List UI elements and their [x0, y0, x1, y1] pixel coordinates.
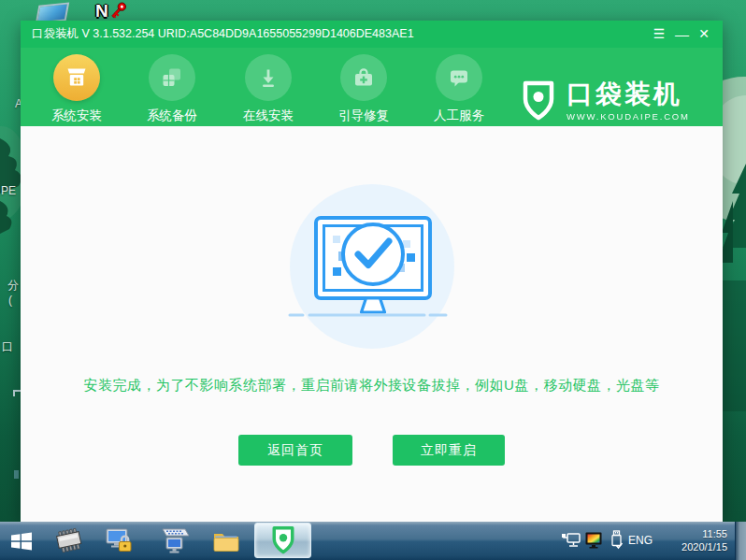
nav-item-system-install[interactable]: 系统安装 — [30, 54, 123, 124]
memory-chip-icon — [50, 524, 88, 558]
nav-circle-boot-repair — [340, 54, 387, 101]
monitor-lock-icon — [106, 527, 134, 555]
shield-logo-icon — [520, 79, 557, 122]
windows-logo-icon — [9, 529, 34, 553]
nav-label: 在线安装 — [222, 108, 315, 124]
taskbar: ENG 11:55 2020/1/15 — [0, 522, 746, 560]
nav-item-human-service[interactable]: 人工服务 — [412, 54, 506, 124]
chat-bubble-icon — [447, 65, 471, 90]
nav-label: 系统备份 — [125, 108, 219, 124]
brand-logo: 口袋装机 WWW.KOUDAIPE.COM — [520, 79, 690, 122]
desktop-icon-fragment — [14, 470, 19, 479]
download-icon — [256, 65, 280, 90]
restart-now-button[interactable]: 立即重启 — [393, 435, 505, 466]
screen: N A PE 分 ( 口 口袋装机 V 3.1.532.254 URID:A5C… — [0, 0, 746, 560]
taskbar-screenlock-app[interactable] — [101, 522, 138, 560]
titlebar[interactable]: 口袋装机 V 3.1.532.254 URID:A5C84DD9A1655055… — [21, 21, 723, 48]
window-controls: ☰ — ✕ — [648, 21, 715, 48]
close-icon[interactable]: ✕ — [693, 21, 715, 48]
keyboard-monitor-icon — [158, 527, 190, 555]
nav-item-boot-repair[interactable]: 引导修复 — [317, 54, 410, 124]
install-complete-message: 安装完成，为了不影响系统部署，重启前请将外接设备拔掉，例如U盘，移动硬盘，光盘等 — [21, 377, 723, 395]
koudaizhuangji-window: 口袋装机 V 3.1.532.254 URID:A5C84DD9A1655055… — [21, 21, 723, 522]
show-desktop-button[interactable] — [735, 522, 746, 560]
usb-tray-icon[interactable] — [610, 530, 624, 551]
logo-site: WWW.KOUDAIPE.COM — [567, 111, 690, 122]
display-color-tray-icon[interactable] — [585, 532, 604, 549]
folder-icon — [212, 529, 240, 553]
network-tray-icon[interactable] — [561, 533, 581, 549]
start-button[interactable] — [4, 522, 39, 560]
clock-time: 11:55 — [654, 527, 727, 540]
clock-date: 2020/1/15 — [654, 540, 727, 553]
n-icon-letter: N — [95, 1, 108, 22]
desktop-label-fen: 分 — [7, 279, 19, 293]
nav-circle-system-install — [53, 54, 100, 101]
window-title: 口袋装机 V 3.1.532.254 URID:A5C84DD9A1655055… — [32, 21, 414, 48]
nav-label: 引导修复 — [317, 108, 410, 124]
nav-circle-human-service — [436, 54, 482, 101]
return-home-button[interactable]: 返回首页 — [238, 435, 352, 466]
taskbar-koudai-app-active[interactable] — [254, 523, 311, 558]
nav-label: 人工服务 — [412, 108, 506, 124]
language-indicator[interactable]: ENG — [628, 522, 653, 560]
green-shield-icon — [270, 525, 296, 555]
desktop-label-kou: 口 — [2, 340, 13, 354]
backup-windows-icon — [160, 65, 184, 90]
nav-circle-system-backup — [149, 54, 195, 101]
monitor-checkmark-illustration — [279, 182, 466, 332]
desktop-label-paren: ( — [8, 294, 12, 308]
toolbox-plus-icon — [351, 65, 376, 90]
taskbar-file-explorer[interactable] — [208, 522, 245, 560]
nav-bar: 系统安装 系统备份 — [21, 48, 723, 126]
nav-item-system-backup[interactable]: 系统备份 — [125, 54, 219, 124]
taskbar-chip-app[interactable] — [49, 522, 90, 560]
nav-label: 系统安装 — [30, 108, 123, 124]
taskbar-keyboard-app[interactable] — [153, 522, 194, 560]
logo-name: 口袋装机 — [567, 79, 690, 109]
taskbar-clock[interactable]: 11:55 2020/1/15 — [654, 527, 727, 553]
nav-circle-online-install — [245, 54, 292, 101]
nav-item-online-install[interactable]: 在线安装 — [222, 54, 315, 124]
menu-icon[interactable]: ☰ — [648, 21, 670, 48]
install-box-icon — [65, 65, 89, 90]
logo-text: 口袋装机 WWW.KOUDAIPE.COM — [567, 79, 690, 122]
desktop-label-pe: PE — [1, 184, 16, 198]
minimize-icon[interactable]: — — [670, 21, 693, 48]
